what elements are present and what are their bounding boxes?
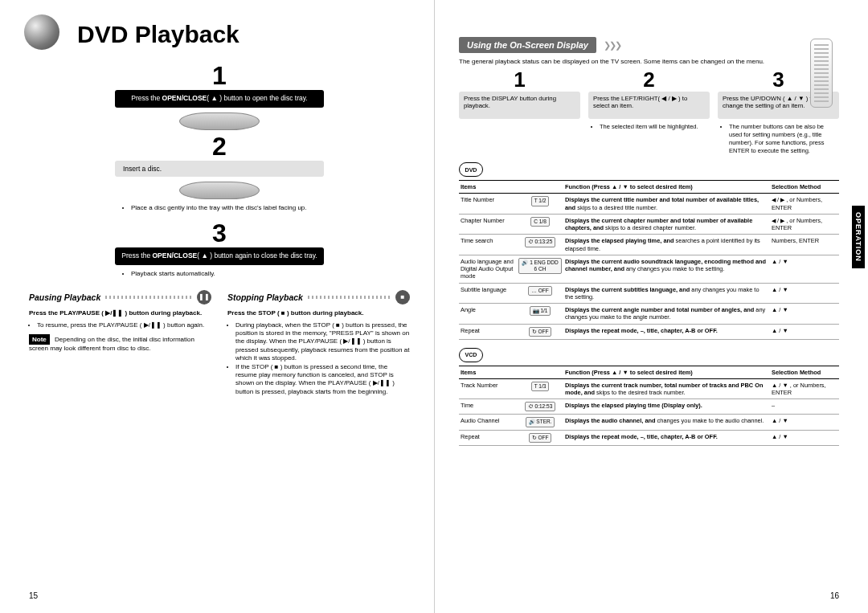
osd-steps: 1 Press the DISPLAY button during playba… <box>459 69 839 154</box>
step-num: 1 <box>459 69 580 90</box>
step-2-bullet: Place a disc gently into the tray with t… <box>131 204 316 212</box>
page-right: Using the On-Screen Display ❯❯❯ The gene… <box>434 0 868 613</box>
cell-icon: ↻ OFF <box>517 430 563 445</box>
th-selection: Selection Method <box>770 181 839 194</box>
stopping-bullet-1: During playback, when the STOP ( ■ ) but… <box>235 321 410 363</box>
table-row: Angle📷 1/1Displays the current angle num… <box>459 304 839 325</box>
page-number-right: 16 <box>830 591 839 600</box>
table-row: Time⏱ 0:12:53Displays the elapsed playin… <box>459 399 839 415</box>
text: Press the <box>121 251 152 260</box>
th-blank <box>517 181 563 194</box>
table-row: Audio language and Digital Audio Output … <box>459 255 839 283</box>
cell-selection: ▲ / ▼ <box>770 283 839 304</box>
cell-selection: ▲ / ▼ <box>770 255 839 283</box>
stopping-heading: Stopping Playback <box>227 292 303 302</box>
vcd-badge: VCD <box>459 348 483 362</box>
cell-function: Displays the elapsed playing time (Displ… <box>563 399 770 415</box>
dvd-badge: DVD <box>459 162 483 177</box>
table-row: Repeat↻ OFFDisplays the repeat mode, –, … <box>459 430 839 445</box>
cell-item: Audio language and Digital Audio Output … <box>459 255 517 283</box>
osd-icon: 📷 1/1 <box>530 306 551 316</box>
cell-item: Track Number <box>459 378 517 399</box>
play-pause-icon: ❚❚ <box>197 290 211 304</box>
cell-item: Chapter Number <box>459 214 517 235</box>
step-text: Press the DISPLAY button during playback… <box>459 92 580 119</box>
cell-icon: T 1/2 <box>517 194 563 215</box>
text: button again to close the disc tray. <box>212 251 317 260</box>
disc-tray-illustration <box>179 182 260 199</box>
osd-icon: ↻ OFF <box>529 327 552 337</box>
step-num: 2 <box>588 69 710 90</box>
th-items: Items <box>459 366 517 378</box>
table-row: Title NumberT 1/2Displays the current ti… <box>459 194 839 215</box>
cell-function: Displays the elapsed playing time, and s… <box>563 235 770 255</box>
th-items: Items <box>459 181 517 194</box>
table-row: Time search⏱ 0:13:25Displays the elapsed… <box>459 235 839 255</box>
table-row: Subtitle language… OFFDisplays the curre… <box>459 283 839 304</box>
cell-function: Displays the current track number, total… <box>563 378 770 399</box>
cell-item: Audio Channel <box>459 415 517 430</box>
pausing-heading: Pausing Playback <box>29 292 100 302</box>
cell-item: Time <box>459 399 517 415</box>
sphere-icon <box>24 14 59 50</box>
cell-selection: ▲ / ▼ <box>770 415 839 430</box>
cell-icon: 🔊 1 ENG DDD 6 CH <box>517 255 563 283</box>
cell-selection: ▲ / ▼ <box>770 324 839 339</box>
step-3-instruction: Press the OPEN/CLOSE( ▲ ) button again t… <box>115 247 324 265</box>
open-close-label: OPEN/CLOSE <box>153 251 198 260</box>
pausing-line1: Press the PLAY/PAUSE ( ▶/❚❚ ) button dur… <box>29 309 202 317</box>
vcd-table: Items Function (Press ▲ / ▼ to select de… <box>459 366 839 446</box>
operation-tab: OPERATION <box>852 206 865 268</box>
step-text: Press the LEFT/RIGHT( ◀ / ▶ ) to select … <box>588 92 710 119</box>
step-2-number: 2 <box>115 133 324 159</box>
chevrons-icon: ❯❯❯ <box>604 40 620 51</box>
cell-function: Displays the repeat mode, –, title, chap… <box>563 430 770 445</box>
dots-decor <box>105 296 192 299</box>
cell-icon: 🔊 STER. <box>517 415 563 430</box>
cell-icon: ↻ OFF <box>517 324 563 339</box>
th-function: Function (Press ▲ / ▼ to select desired … <box>563 181 770 194</box>
note-row: Note Depending on the disc, the initial … <box>29 336 211 353</box>
table-row: Track NumberT 1/3Displays the current tr… <box>459 378 839 399</box>
cell-function: Displays the current angle number and to… <box>563 304 770 325</box>
note-text: Depending on the disc, the initial disc … <box>29 336 194 352</box>
cell-item: Repeat <box>459 430 517 445</box>
osd-step-1: 1 Press the DISPLAY button during playba… <box>459 69 580 154</box>
pausing-bullet: To resume, press the PLAY/PAUSE ( ▶/❚❚ )… <box>37 321 211 329</box>
table-row: Chapter NumberC 1/8Displays the current … <box>459 214 839 235</box>
osd-icon: C 1/8 <box>530 217 550 227</box>
cell-function: Displays the repeat mode, –, title, chap… <box>563 324 770 339</box>
pause-stop-row: Pausing Playback ❚❚ Press the PLAY/PAUSE… <box>29 290 410 396</box>
pausing-column: Pausing Playback ❚❚ Press the PLAY/PAUSE… <box>29 290 211 396</box>
eject-icon: ( ▲ ) <box>197 251 212 260</box>
stopping-line1: Press the STOP ( ■ ) button during playb… <box>227 309 363 317</box>
stop-icon: ■ <box>395 290 410 304</box>
th-function: Function (Press ▲ / ▼ to select desired … <box>563 366 770 378</box>
cell-icon: 📷 1/1 <box>517 304 563 325</box>
osd-icon: … OFF <box>528 286 551 296</box>
osd-icon: T 1/3 <box>531 382 550 391</box>
step-2-instruction: Insert a disc. <box>115 161 324 177</box>
osd-icon: ↻ OFF <box>529 433 552 443</box>
step-1-instruction: Press the OPEN/CLOSE( ▲ ) button to open… <box>115 90 324 108</box>
cell-selection: ▲ / ▼ <box>770 304 839 325</box>
cell-icon: T 1/3 <box>517 378 563 399</box>
osd-icon: 🔊 STER. <box>526 417 555 427</box>
cell-selection: – <box>770 399 839 415</box>
step-bullet: The selected item will be highlighted. <box>600 123 706 131</box>
cell-function: Displays the current title number and to… <box>563 194 770 215</box>
osd-icon: ⏱ 0:13:25 <box>525 237 556 247</box>
note-label: Note <box>29 334 50 345</box>
page-left: DVD Playback 1 Press the OPEN/CLOSE( ▲ )… <box>0 0 434 613</box>
cell-icon: ⏱ 0:13:25 <box>517 235 563 255</box>
page-title: DVD Playback <box>77 21 410 48</box>
osd-icon: 🔊 1 ENG DDD 6 CH <box>518 258 562 274</box>
text: Press the <box>131 94 162 102</box>
osd-icon: ⏱ 0:12:53 <box>525 402 556 411</box>
cell-icon: C 1/8 <box>517 214 563 235</box>
step-bullet: The number buttons can be also be used f… <box>729 123 836 154</box>
cell-selection: ▲ / ▼ , or Numbers, ENTER <box>770 378 839 399</box>
disc-tray-illustration <box>179 112 260 130</box>
osd-step-2: 2 Press the LEFT/RIGHT( ◀ / ▶ ) to selec… <box>588 69 710 154</box>
loading-steps: 1 Press the OPEN/CLOSE( ▲ ) button to op… <box>115 63 324 279</box>
